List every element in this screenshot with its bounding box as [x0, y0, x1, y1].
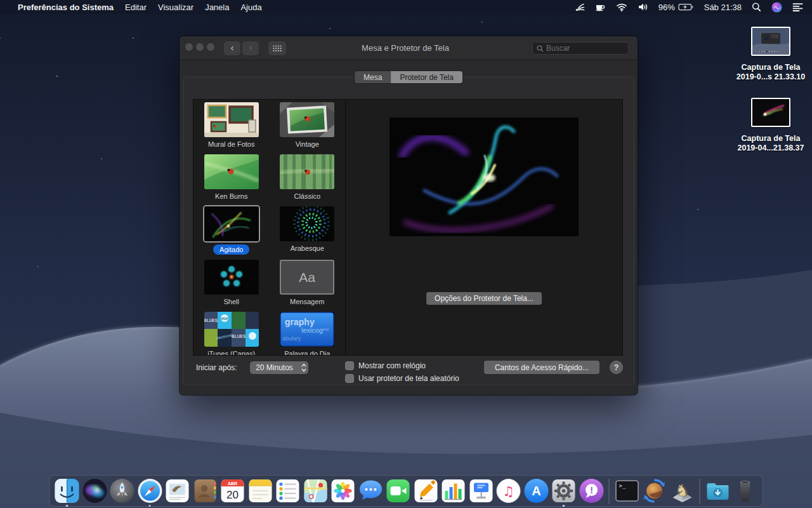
- svg-text:abulary: abulary: [282, 335, 301, 342]
- saver-label: Vintage: [296, 140, 319, 149]
- menu-editar[interactable]: Editar: [125, 3, 147, 12]
- checkbox[interactable]: [345, 361, 354, 370]
- saver-thumbnail-itunes[interactable]: BLUESPOPelectronicBLUES: [204, 312, 259, 347]
- saver-thumbnail-mural[interactable]: [204, 102, 259, 137]
- back-button[interactable]: ‹: [224, 41, 240, 55]
- dock-item-notes[interactable]: [247, 478, 273, 507]
- desktop-icon-screenshot-2[interactable]: Captura de Tela 2019-04...21.38.37: [731, 98, 810, 153]
- random-saver-checkbox-row[interactable]: Usar protetor de tela aleatório: [345, 374, 459, 383]
- saver-item-classico[interactable]: Clássico: [272, 154, 343, 201]
- tab-mesa[interactable]: Mesa: [355, 71, 391, 83]
- saver-thumbnail-shell[interactable]: [204, 260, 259, 295]
- dock-item-numbers[interactable]: [441, 478, 466, 507]
- saver-thumbnail-palavra[interactable]: graphylexicogabularyvoc: [280, 312, 334, 347]
- notification-center-icon[interactable]: [792, 3, 803, 12]
- hot-corners-button[interactable]: Cantos de Acesso Rápido...: [484, 361, 599, 374]
- dock-item-itunes[interactable]: ♫: [496, 478, 521, 507]
- minimize-button[interactable]: [196, 43, 204, 51]
- saver-label: Clássico: [294, 192, 320, 201]
- saver-thumbnail-vintage[interactable]: [280, 102, 334, 137]
- dock-item-feedback[interactable]: !: [579, 478, 604, 507]
- dock-item-update[interactable]: [642, 478, 667, 507]
- dock-item-maps[interactable]: [303, 478, 328, 507]
- saver-thumbnail-mensagem[interactable]: Aa: [280, 260, 334, 295]
- svg-text:POP: POP: [221, 317, 228, 321]
- saver-thumbnail-arabesque[interactable]: [280, 206, 334, 241]
- saver-item-shell[interactable]: Shell: [196, 260, 267, 307]
- search-icon: [537, 45, 544, 52]
- dock-item-siri[interactable]: [82, 478, 107, 507]
- forward-button[interactable]: ›: [242, 41, 259, 55]
- saver-label: Agitado: [213, 244, 249, 255]
- saver-label: Ken Burns: [215, 192, 247, 201]
- saver-item-arabesque[interactable]: Arabesque: [272, 206, 343, 255]
- svg-text:>_: >_: [619, 483, 625, 489]
- dock-item-pages[interactable]: [413, 478, 438, 507]
- spray-status-icon[interactable]: [575, 2, 585, 12]
- siri-menubar-icon[interactable]: [771, 2, 782, 13]
- show-all-grid-button[interactable]: [268, 41, 286, 55]
- saver-item-agitado[interactable]: Agitado: [196, 206, 267, 255]
- svg-text:graphy: graphy: [285, 317, 315, 327]
- app-menu-title[interactable]: Preferências do Sistema: [18, 3, 114, 12]
- saver-thumbnail-agitado[interactable]: [204, 206, 259, 241]
- menu-visualizar[interactable]: Visualizar: [158, 3, 193, 12]
- saver-thumbnail-kenburns[interactable]: [204, 154, 259, 189]
- tab-bar: Mesa Protetor de Tela: [354, 70, 463, 84]
- menubar-clock[interactable]: Sáb 21:38: [704, 3, 742, 12]
- saver-label: Arabesque: [291, 244, 324, 253]
- start-after-value: 20 Minutos: [250, 363, 299, 372]
- dock-item-downloads[interactable]: [705, 478, 730, 507]
- show-with-clock-checkbox-row[interactable]: Mostrar com relógio: [345, 361, 426, 370]
- saver-item-kenburns[interactable]: Ken Burns: [196, 154, 267, 201]
- svg-text:♞: ♞: [674, 481, 689, 500]
- menu-ajuda[interactable]: Ajuda: [240, 3, 261, 12]
- battery-status[interactable]: 96%: [658, 2, 694, 12]
- help-button[interactable]: ?: [610, 361, 623, 374]
- wifi-status-icon[interactable]: [616, 2, 627, 12]
- checkbox[interactable]: [345, 374, 354, 383]
- svg-text:ABR: ABR: [228, 481, 237, 486]
- dock-item-messages[interactable]: [358, 478, 383, 507]
- dock-item-trash[interactable]: [733, 478, 758, 507]
- dock-item-reminders[interactable]: [275, 478, 301, 507]
- dock-item-safari[interactable]: [137, 478, 162, 507]
- screensaver-options-button[interactable]: Opções do Protetor de Tela...: [426, 292, 542, 305]
- saver-item-vintage[interactable]: Vintage: [272, 102, 343, 149]
- saver-thumbnail-classico[interactable]: [280, 154, 334, 189]
- search-field[interactable]: Buscar: [532, 42, 629, 55]
- dock-item-appstore[interactable]: A: [523, 478, 549, 507]
- dock-item-keynote[interactable]: [468, 478, 494, 507]
- tab-protetor-de-tela[interactable]: Protetor de Tela: [391, 71, 462, 83]
- dock-item-systemprefs[interactable]: [551, 478, 577, 507]
- coffee-cup-status-icon[interactable]: [595, 2, 606, 12]
- volume-status-icon[interactable]: [638, 2, 648, 12]
- window-titlebar[interactable]: ‹ › Mesa e Protetor de Tela Buscar: [180, 36, 638, 60]
- saver-item-itunes[interactable]: BLUESPOPelectronicBLUESiTunes (Capas): [196, 312, 267, 355]
- zoom-button[interactable]: [207, 43, 214, 51]
- checkbox-label: Usar protetor de tela aleatório: [358, 374, 459, 383]
- close-button[interactable]: [185, 43, 193, 51]
- start-after-popup[interactable]: 20 Minutos: [250, 361, 308, 374]
- svg-text:voc: voc: [323, 327, 330, 331]
- dock-item-contacts[interactable]: [192, 478, 218, 507]
- search-placeholder: Buscar: [546, 44, 570, 53]
- desktop-icon-screenshot-1[interactable]: Captura de Tela 2019-0...s 21.33.10: [731, 27, 810, 82]
- battery-percent: 96%: [658, 3, 675, 12]
- spotlight-search-icon[interactable]: [752, 2, 761, 12]
- saver-item-mensagem[interactable]: AaMensagem: [272, 260, 343, 307]
- dock-separator: [700, 479, 700, 504]
- popup-chevrons-icon: [299, 361, 308, 374]
- menu-janela[interactable]: Janela: [205, 3, 229, 12]
- dock-item-facetime[interactable]: [386, 478, 411, 507]
- dock-item-chess[interactable]: ♞: [669, 478, 695, 507]
- dock-item-calendar[interactable]: ABR20: [220, 478, 246, 507]
- dock-item-mail[interactable]: [165, 478, 190, 507]
- svg-text:!: !: [590, 485, 593, 495]
- saver-item-mural[interactable]: Mural de Fotos: [196, 102, 267, 149]
- saver-item-palavra[interactable]: graphylexicogabularyvocPalavra do Dia: [272, 312, 343, 355]
- dock-item-terminal[interactable]: >_: [614, 478, 639, 507]
- dock-item-launchpad[interactable]: [110, 478, 135, 507]
- dock-item-finder[interactable]: [55, 478, 80, 507]
- dock-item-photos[interactable]: [331, 478, 356, 507]
